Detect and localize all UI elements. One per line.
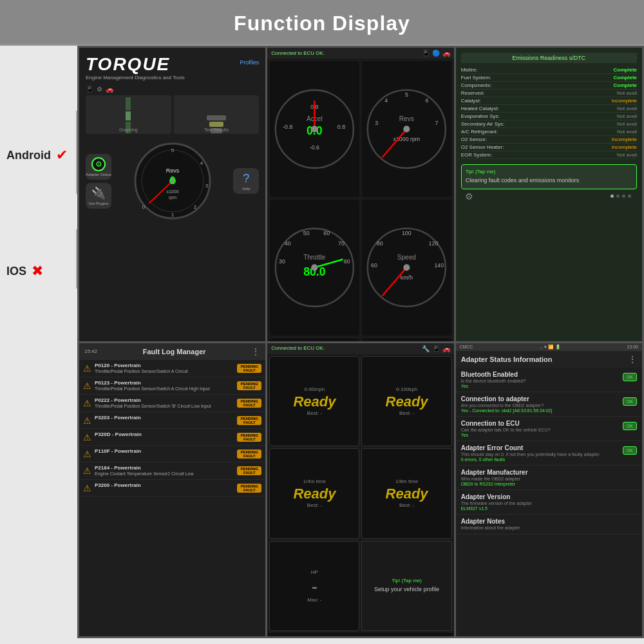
ecu-gauges-grid: 0.8 0.8 -0.8 -0.6 Accel 0.0 4 [267,59,453,338]
ios-label: IOS [6,265,26,278]
adapter-sub-ecu: Can the adapter talk OK to the vehicle E… [461,427,623,433]
emission-label-11: EGR System: [461,152,492,158]
emission-value-5: Not avail [617,106,637,111]
adapter-ok-connection: OK [623,397,637,406]
fault-item-p2184[interactable]: ⚠ P2184 - Powertrain Engine Coolant Temp… [79,462,265,480]
faultlog-menu-icon[interactable]: ⋮ [251,346,260,357]
adapter-item-bluetooth: Bluetooth Enabled Is the device bluetoot… [456,368,642,392]
perf-best-quarter: Best: - [307,502,322,508]
svg-text:1: 1 [171,212,174,218]
adapter-menu-icon[interactable]: ⋮ [628,354,637,365]
emissions-tip-box[interactable]: Tip! (Tap me) Clearing fault codes and e… [461,164,637,189]
svg-point-22 [312,126,318,132]
gear-icon-emissions[interactable]: ⚙ [465,191,473,202]
adapter-info-bluetooth: Bluetooth Enabled Is the device bluetoot… [461,371,623,388]
fault-desc-6: Engine Coolant Temperature Sensor2 Circu… [95,471,234,477]
svg-text:x1000: x1000 [166,189,178,194]
torque-icon3: 🚗 [106,86,113,93]
accel-gauge-svg: 0.8 0.8 -0.8 -0.6 Accel 0.0 [270,61,359,197]
adapter-info-notes: Adapter Notes Information about the adap… [461,518,637,531]
ecu-header: Connected to ECU OK. 📱 🔵 🚗 [267,48,453,59]
fault-code-1: P0123 - Powertrain [95,380,234,386]
fault-code-3: P3203 - Powertrain [95,415,234,421]
page-header: Function Display [0,0,644,46]
warning-icon-5: ⚠ [83,449,91,459]
emission-label-6: Evaporative Sys: [461,113,500,119]
help-btn[interactable]: ? Help [233,168,259,194]
adapter-info-error-count: Adapter Error Count This should stay on … [461,444,623,462]
emission-label-9: O2 Sensor: [461,137,487,142]
svg-text:120: 120 [429,240,439,247]
emissions-tip-text: Clearing fault codes and emissions monit… [466,176,632,185]
fault-code-2: P0222 - Powertrain [95,397,234,403]
fault-item-p3203[interactable]: ⚠ P3203 - Powertrain PENDINGFAULT [79,412,265,429]
page-title: Function Display [0,12,644,35]
torque-subtitle: Engine Management Diagnostics and Tools [86,75,185,80]
adapter-val-version: ELM327 v1.5 [461,506,637,511]
perf-label-0-100kph: 0-100kph [396,386,417,392]
fault-item-p0222[interactable]: ⚠ P0222 - Powertrain Throttle/Pedal Posi… [79,395,265,412]
adapter-item-notes: Adapter Notes Information about the adap… [456,515,642,535]
ecu-status: Connected to ECU OK. [271,50,325,56]
svg-text:0.8: 0.8 [337,124,345,130]
android-label: Android [6,149,51,162]
fault-badge-1: PENDINGFAULT [237,381,261,390]
speed-gauge: 60 80 100 120 140 Speed km/h [362,200,451,336]
fault-list: ⚠ P0120 - Powertrain Throttle/Pedal Posi… [79,360,265,497]
svg-point-43 [312,264,318,270]
rpm-gauge-svg: 5 4 3 2 1 0 Revs 0 x1000 rpm [131,139,214,223]
test-results-label: Test Results [204,128,229,132]
coolant-gauge: -40 40 80 120- -40 Coolant 18.0 °C [362,338,451,341]
fault-item-p0123[interactable]: ⚠ P0123 - Powertrain Throttle/Pedal Posi… [79,377,265,395]
get-plugins-btn[interactable]: 🔌 Get Plugins [86,183,111,209]
profiles-link[interactable]: Profiles [240,59,259,66]
perf-hp: HP - Max: - [269,541,359,632]
adapter-status-btn[interactable]: ⚙ Adapter Status [86,154,111,180]
ecu-icon1: 📱 [422,50,430,57]
perf-ready-0-60mph: Ready [293,393,336,410]
svg-text:2: 2 [193,204,196,210]
adapter-ok-bluetooth: OK [623,373,637,381]
fault-item-p0120[interactable]: ⚠ P0120 - Powertrain Throttle/Pedal Posi… [79,360,265,377]
emission-value-8: Not avail [617,129,637,135]
adapter-title-error-count: Adapter Error Count [461,444,623,451]
perf-ready-quarter: Ready [293,486,336,502]
svg-point-53 [403,264,410,270]
panel-faultlog: 15:42 Fault Log Manager ⋮ ⚠ P0120 - Powe… [79,343,265,637]
svg-text:6: 6 [425,97,428,104]
emission-label-3: Reserved: [461,90,484,96]
ios-label-item: IOS ✖ [0,263,77,279]
adapter-info-manufacturer: Adapter Manufacturer Who made the OBD2 a… [461,469,637,486]
emission-fuelsystem: Fuel System: Complete [461,74,637,82]
speed-gauge-svg: 60 80 100 120 140 Speed km/h [362,200,451,336]
graphing-widget[interactable]: Graphing [86,95,171,134]
svg-text:7: 7 [435,120,439,126]
emission-heated-catalyst: Heated Catalyst: Not avail [461,105,637,113]
fault-item-p3200[interactable]: ⚠ P3200 - Powertrain PENDINGFAULT [79,480,265,497]
fault-item-p320d[interactable]: ⚠ P320D - Powertrain PENDINGFAULT [79,429,265,446]
svg-text:rpm: rpm [169,195,176,200]
dot1 [611,194,614,198]
perf-grid: 0-60mph Ready Best: - 0-100kph Ready Bes… [267,354,453,634]
fault-code-5: P110F - Powertrain [95,448,234,454]
panel-emissions: Emissions Readiness s/DTC Misfire: Compl… [456,48,642,341]
svg-text:60: 60 [324,230,330,236]
throttle-gauge: 30 40 50 60 70 80 Throttle 80.0 [270,200,359,336]
svg-text:5: 5 [171,147,174,153]
ios-cross-icon: ✖ [32,263,43,279]
fault-desc-2: Throttle/Pedal Position Sensor/Switch 'B… [95,403,234,409]
adapter-sub-connection: Are you connected to the OBD2 adapter? [461,402,623,408]
perf-dots [431,636,450,637]
emission-label-0: Misfire: [461,67,478,73]
perf-tip-box[interactable]: Tip! (Tap me) Setup your vehicle profile [361,541,451,632]
perf-best-eighth: Best: - [399,502,414,508]
emissions-tip-title: Tip! (Tap me) [466,169,632,175]
adapter-item-connection: Connection to adapter Are you connected … [456,392,642,417]
adapter-title-notes: Adapter Notes [461,518,637,525]
fault-item-p110f[interactable]: ⚠ P110F - Powertrain PENDINGFAULT [79,446,265,462]
test-results-widget[interactable]: Test Results [174,95,260,134]
perf-ready-0-100kph: Ready [386,393,428,410]
warning-icon-0: ⚠ [83,363,91,374]
adapter-sub-version: The firmware version of the adapter [461,500,637,506]
gear-icon-perf[interactable]: ⚙ [271,634,279,636]
